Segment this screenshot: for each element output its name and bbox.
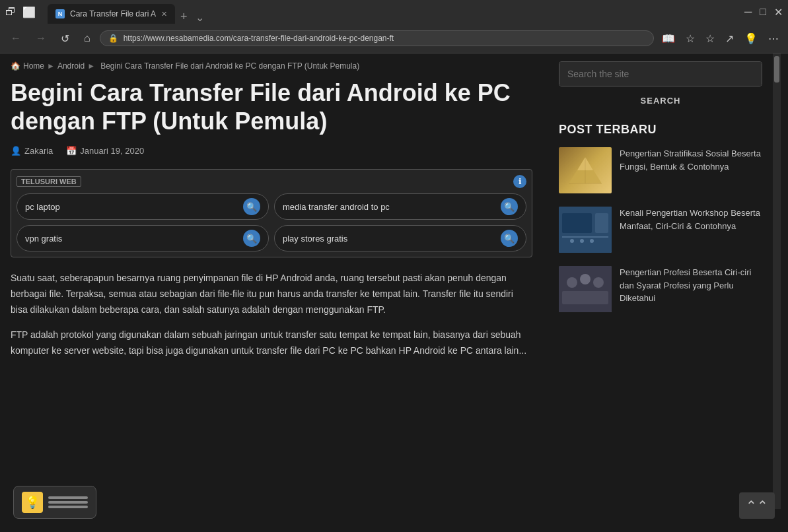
post-terbaru-title: POST TERBARU — [559, 123, 762, 137]
article-paragraph-1: Suatu saat, seberapapun besarnya ruang p… — [11, 271, 532, 317]
breadcrumb: 🏠 Home ► Android ► Begini Cara Transfer … — [11, 61, 532, 71]
window-restore-icon: ⬜ — [22, 6, 36, 18]
maximize-button[interactable]: □ — [760, 6, 766, 18]
svg-point-8 — [570, 239, 574, 243]
article-paragraph-2: FTP adalah protokol yang digunakan dalam… — [11, 327, 532, 359]
right-scrollbar[interactable] — [773, 53, 781, 509]
reader-view-button[interactable]: 📖 — [658, 30, 679, 48]
tab-title: Cara Transfer File dari A — [70, 9, 156, 18]
breadcrumb-home-icon: 🏠 — [11, 61, 20, 71]
ad-search-text-2: media transfer android to pc — [283, 202, 495, 212]
svg-point-14 — [593, 277, 604, 288]
breadcrumb-android-link[interactable]: Android — [57, 61, 85, 71]
notification-content — [48, 496, 88, 508]
post-thumb-3 — [559, 266, 612, 312]
author-meta: 👤 Zakaria — [11, 146, 53, 156]
ad-search-btn-4[interactable]: 🔍 — [501, 230, 518, 247]
breadcrumb-sep2: ► — [87, 61, 95, 71]
address-text: https://www.nesabamedia.com/cara-transfe… — [124, 34, 645, 43]
svg-rect-5 — [562, 213, 592, 233]
notification-icon: 💡 — [22, 492, 43, 513]
lock-icon: 🔒 — [108, 34, 118, 43]
post-item-2[interactable]: Kenali Pengertian Workshop Beserta Manfa… — [559, 207, 762, 253]
svg-point-9 — [580, 239, 584, 243]
svg-rect-11 — [559, 266, 612, 312]
article-date: Januari 19, 2020 — [80, 146, 144, 156]
post-thumb-1 — [559, 147, 612, 193]
browser-chrome: 🗗 ⬜ N Cara Transfer File dari A ✕ + ⌄ ─ … — [0, 0, 788, 53]
article-body: Suatu saat, seberapapun besarnya ruang p… — [11, 271, 532, 358]
search-submit-button[interactable]: SEARCH — [559, 92, 762, 110]
svg-point-12 — [567, 277, 577, 288]
settings-button[interactable]: ⋯ — [764, 30, 783, 48]
address-bar[interactable]: 🔒 https://www.nesabamedia.com/cara-trans… — [100, 30, 654, 46]
ad-search-item-3[interactable]: vpn gratis 🔍 — [17, 225, 269, 251]
ad-header: TELUSURI WEB ℹ — [17, 175, 526, 188]
nav-actions: 📖 ☆ ☆ ↗ 💡 ⋯ — [658, 30, 783, 48]
ad-search-btn-2[interactable]: 🔍 — [501, 198, 518, 215]
share-button[interactable]: ↗ — [721, 30, 738, 48]
article-meta: 👤 Zakaria 📅 Januari 19, 2020 — [11, 146, 532, 156]
search-input-wrap — [559, 61, 762, 86]
notification-widget: 💡 — [13, 486, 96, 519]
author-name: Zakaria — [24, 146, 53, 156]
nav-bar: ← → ↺ ⌂ 🔒 https://www.nesabamedia.com/ca… — [0, 24, 788, 53]
refresh-button[interactable]: ↺ — [55, 30, 75, 48]
favorites-button[interactable]: ☆ — [682, 30, 699, 48]
forward-button[interactable]: → — [30, 30, 52, 47]
title-bar: 🗗 ⬜ N Cara Transfer File dari A ✕ + ⌄ ─ … — [0, 0, 788, 24]
scrollbar-thumb[interactable] — [774, 56, 779, 83]
post-title-1: Pengertian Stratifikasi Sosial Beserta F… — [620, 147, 762, 173]
svg-rect-15 — [562, 291, 608, 304]
main-content: 🏠 Home ► Android ► Begini Cara Transfer … — [0, 53, 548, 509]
collections-button[interactable]: ☆ — [701, 30, 719, 48]
ad-widget: TELUSURI WEB ℹ pc laptop 🔍 media transfe… — [11, 169, 532, 257]
sidebar: SEARCH POST TERBARU Pengertian Stratifik… — [548, 53, 773, 509]
more-button[interactable]: 💡 — [740, 30, 762, 48]
ad-search-item-4[interactable]: play stores gratis 🔍 — [274, 225, 526, 251]
author-icon: 👤 — [11, 146, 21, 156]
ad-search-item-1[interactable]: pc laptop 🔍 — [17, 193, 269, 220]
post-thumb-2 — [559, 207, 612, 253]
breadcrumb-current: Begini Cara Transfer File dari Android k… — [100, 61, 359, 71]
tab-close-button[interactable]: ✕ — [161, 10, 167, 18]
back-button[interactable]: ← — [5, 30, 26, 47]
workshop-thumbnail — [559, 207, 612, 253]
post-item-1[interactable]: Pengertian Stratifikasi Sosial Beserta F… — [559, 147, 762, 193]
tab-favicon: N — [55, 9, 65, 18]
post-item-3[interactable]: Pengertian Profesi Beserta Ciri-ciri dan… — [559, 266, 762, 312]
pyramid-thumbnail — [559, 147, 612, 193]
breadcrumb-home-link[interactable]: Home — [23, 61, 44, 71]
svg-point-10 — [590, 239, 594, 243]
window-icon: 🗗 — [5, 6, 16, 18]
new-tab-button[interactable]: + — [175, 10, 193, 24]
post-title-3: Pengertian Profesi Beserta Ciri-ciri dan… — [620, 266, 762, 305]
ad-info-icon[interactable]: ℹ — [513, 175, 526, 188]
breadcrumb-sep1: ► — [47, 61, 55, 71]
ad-search-text-3: vpn gratis — [25, 234, 238, 244]
date-icon: 📅 — [66, 146, 77, 156]
close-button[interactable]: ✕ — [774, 6, 783, 18]
ad-search-btn-3[interactable]: 🔍 — [243, 230, 260, 247]
active-tab[interactable]: N Cara Transfer File dari A ✕ — [48, 4, 175, 24]
ad-search-item-2[interactable]: media transfer android to pc 🔍 — [274, 193, 526, 220]
svg-rect-6 — [595, 213, 608, 233]
article-title: Begini Cara Transfer File dari Android k… — [11, 79, 532, 135]
search-input[interactable] — [559, 62, 762, 86]
minimize-button[interactable]: ─ — [744, 6, 752, 18]
profesi-thumbnail — [559, 266, 612, 312]
notif-line-1 — [48, 496, 88, 499]
home-button[interactable]: ⌂ — [79, 30, 96, 47]
ad-search-text-4: play stores gratis — [283, 234, 495, 244]
notif-line-3 — [48, 506, 88, 508]
tab-dropdown-button[interactable]: ⌄ — [196, 11, 204, 24]
ad-search-text-1: pc laptop — [25, 202, 238, 212]
ad-grid: pc laptop 🔍 media transfer android to pc… — [17, 193, 526, 251]
date-meta: 📅 Januari 19, 2020 — [66, 146, 144, 156]
ad-search-btn-1[interactable]: 🔍 — [243, 198, 260, 215]
window-controls[interactable]: 🗗 ⬜ — [5, 6, 36, 18]
ad-label: TELUSURI WEB — [17, 176, 81, 187]
page-wrapper: 🏠 Home ► Android ► Begini Cara Transfer … — [0, 53, 788, 509]
svg-point-13 — [580, 274, 591, 284]
back-to-top-button[interactable]: ⌃⌃ — [739, 492, 775, 519]
